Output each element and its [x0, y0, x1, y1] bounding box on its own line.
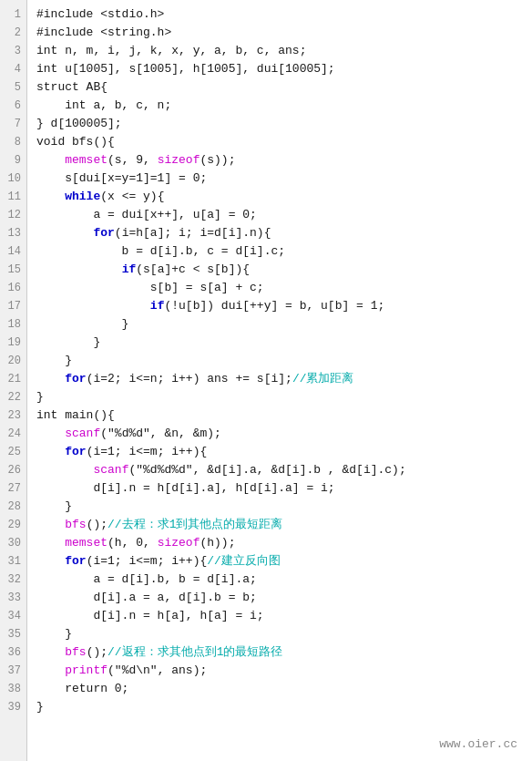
token-plain: ("%d%d", &n, &m);	[100, 427, 221, 440]
token-fn: printf	[65, 663, 107, 677]
token-plain	[36, 427, 65, 440]
token-plain: s[dui[x=y=1]=1] = 0;	[36, 171, 207, 185]
code-line: a = dui[x++], u[a] = 0;	[36, 206, 523, 224]
token-plain: (x <= y){	[100, 190, 164, 203]
code-line: }	[36, 388, 523, 406]
token-plain: (s, 9,	[107, 153, 158, 167]
token-plain: (i=1; i<=m; i++){	[87, 554, 208, 568]
line-number: 2	[5, 24, 21, 42]
line-number: 38	[5, 680, 21, 698]
code-line: s[dui[x=y=1]=1] = 0;	[36, 170, 523, 188]
line-number: 39	[5, 698, 21, 716]
line-number: 21	[5, 370, 21, 388]
token-plain: (!u[b]) dui[++y] = b, u[b] = 1;	[164, 299, 384, 313]
line-number: 34	[5, 607, 21, 625]
token-plain: #include <string.h>	[36, 26, 171, 39]
code-line: d[i].n = h[a], h[a] = i;	[36, 607, 523, 625]
code-line: #include <stdio.h>	[36, 5, 523, 24]
code-line: #include <string.h>	[36, 24, 523, 42]
code-line: }	[36, 698, 523, 716]
line-number: 11	[5, 188, 21, 206]
line-number: 36	[5, 643, 21, 662]
code-line: for(i=h[a]; i; i=d[i].n){	[36, 224, 523, 242]
watermark: www.oier.cc	[439, 735, 517, 754]
code-line: memset(s, 9, sizeof(s));	[36, 151, 523, 170]
token-cm: //累加距离	[292, 372, 354, 386]
code-line: d[i].n = h[d[i].a], h[d[i].a] = i;	[36, 479, 523, 498]
token-plain: b = d[i].b, c = d[i].c;	[36, 244, 285, 258]
token-plain: }	[36, 354, 72, 367]
line-number: 27	[5, 479, 21, 498]
line-number: 30	[5, 534, 21, 552]
line-number: 33	[5, 589, 21, 607]
token-kw: if	[150, 299, 165, 313]
code-line: a = d[i].b, b = d[i].a;	[36, 571, 523, 589]
code-line: scanf("%d%d%d", &d[i].a, &d[i].b , &d[i]…	[36, 461, 523, 479]
line-number: 14	[5, 242, 21, 261]
code-line: }	[36, 625, 523, 643]
line-number: 26	[5, 461, 21, 479]
token-plain	[36, 299, 150, 313]
line-number: 9	[5, 151, 21, 170]
token-fn: bfs	[65, 645, 86, 659]
token-kw: for	[65, 554, 86, 568]
token-plain: }	[36, 390, 44, 404]
token-plain	[36, 262, 122, 276]
token-fn: bfs	[65, 518, 86, 531]
code-line: bfs();//返程：求其他点到1的最短路径	[36, 643, 523, 662]
token-plain: }	[36, 317, 128, 331]
token-plain	[36, 372, 65, 386]
line-number: 16	[5, 279, 21, 297]
token-plain	[36, 554, 65, 568]
token-plain: }	[36, 627, 72, 641]
token-fn: scanf	[65, 427, 100, 440]
token-kw2: sizeof	[158, 536, 200, 550]
code-container: 1234567891011121314151617181920212223242…	[0, 0, 532, 761]
token-plain	[36, 645, 65, 659]
line-number: 35	[5, 625, 21, 643]
code-line: void bfs(){	[36, 133, 523, 151]
token-plain: }	[36, 335, 100, 349]
token-plain: int main(){	[36, 408, 115, 422]
token-plain: }	[36, 700, 44, 714]
token-kw2: sizeof	[158, 153, 200, 167]
line-number: 32	[5, 571, 21, 589]
code-line: } d[100005];	[36, 115, 523, 133]
line-number: 3	[5, 42, 21, 60]
token-cm: //建立反向图	[207, 554, 281, 568]
token-plain: a = dui[x++], u[a] = 0;	[36, 208, 257, 221]
token-kw: for	[65, 372, 86, 386]
code-line: int u[1005], s[1005], h[1005], dui[10005…	[36, 60, 523, 78]
code-line: s[b] = s[a] + c;	[36, 279, 523, 297]
token-plain: ("%d%d%d", &d[i].a, &d[i].b , &d[i].c);	[128, 463, 405, 477]
token-plain: #include <stdio.h>	[36, 7, 164, 21]
line-number: 12	[5, 206, 21, 224]
token-plain: (h, 0,	[107, 536, 158, 550]
line-number: 7	[5, 115, 21, 133]
line-number: 1	[5, 5, 21, 24]
code-line: return 0;	[36, 680, 523, 698]
token-cm: //返程：求其他点到1的最短路径	[107, 645, 282, 659]
token-plain: ();	[87, 645, 107, 659]
code-area[interactable]: #include <stdio.h>#include <string.h>int…	[27, 0, 532, 761]
code-line: if(!u[b]) dui[++y] = b, u[b] = 1;	[36, 297, 523, 315]
token-plain: } d[100005];	[36, 117, 122, 130]
line-number: 31	[5, 552, 21, 571]
code-line: }	[36, 334, 523, 352]
token-kw: for	[65, 445, 86, 458]
code-line: for(i=1; i<=m; i++){	[36, 443, 523, 461]
token-plain: d[i].n = h[a], h[a] = i;	[36, 609, 264, 622]
line-number: 37	[5, 662, 21, 680]
line-number: 4	[5, 60, 21, 78]
token-plain	[36, 463, 93, 477]
code-line: scanf("%d%d", &n, &m);	[36, 425, 523, 443]
token-plain: int n, m, i, j, k, x, y, a, b, c, ans;	[36, 44, 306, 57]
code-line: memset(h, 0, sizeof(h));	[36, 534, 523, 552]
token-plain: s[b] = s[a] + c;	[36, 281, 264, 294]
code-line: for(i=1; i<=m; i++){//建立反向图	[36, 552, 523, 571]
token-plain: d[i].a = a, d[i].b = b;	[36, 591, 257, 604]
code-line: if(s[a]+c < s[b]){	[36, 261, 523, 279]
token-plain: a = d[i].b, b = d[i].a;	[36, 572, 257, 586]
line-numbers: 1234567891011121314151617181920212223242…	[0, 0, 27, 761]
token-plain: (i=2; i<=n; i++) ans += s[i];	[87, 372, 292, 386]
